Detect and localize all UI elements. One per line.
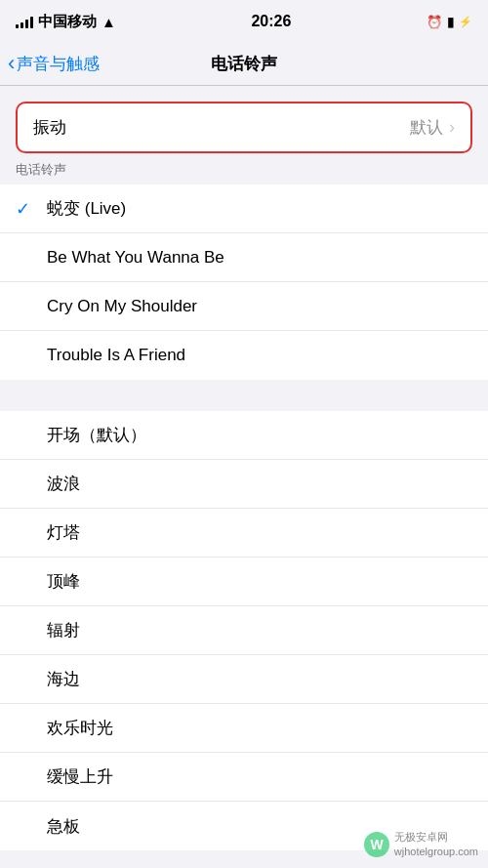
wifi-icon: ▲ [102,14,116,30]
ringtones-section-header: 电话铃声 [0,153,488,185]
tone-label: 灯塔 [47,521,80,544]
vibration-value: 默认 [410,116,443,139]
list-item[interactable]: 欢乐时光 [0,704,488,753]
list-item[interactable]: Be What You Wanna Be [0,233,488,282]
svg-text:W: W [370,837,384,852]
tone-label: 欢乐时光 [47,717,113,739]
battery-charging-icon: ⚡ [459,16,472,28]
battery-icon: ▮ [447,15,454,29]
ringtones-list: ✓ 蜕变 (Live) Be What You Wanna Be Cry On … [0,185,488,380]
back-arrow-icon: ‹ [8,53,15,74]
back-button[interactable]: ‹ 声音与触感 [8,53,100,75]
status-carrier: 中国移动 ▲ [16,13,116,31]
chevron-right-icon: › [449,117,455,138]
status-bar: 中国移动 ▲ 20:26 ⏰ ▮ ⚡ [0,0,488,43]
list-item[interactable]: 灯塔 [0,509,488,558]
list-item[interactable]: Cry On My Shoulder [0,282,488,331]
status-right: ⏰ ▮ ⚡ [427,15,472,29]
list-item[interactable]: 缓慢上升 [0,753,488,802]
vibration-label: 振动 [33,116,66,139]
signal-icon [16,16,33,28]
status-time: 20:26 [251,13,291,30]
list-item[interactable]: 顶峰 [0,558,488,606]
ringtone-label: 蜕变 (Live) [47,197,126,220]
carrier-label: 中国移动 [38,13,97,31]
page-title: 电话铃声 [211,53,277,75]
tone-label: 顶峰 [47,570,80,593]
tone-label: 急板 [47,815,80,838]
checkmark-icon: ✓ [16,198,35,220]
ringtone-label: Trouble Is A Friend [47,346,185,365]
ringtone-label: Be What You Wanna Be [47,248,224,268]
tone-label: 波浪 [47,473,80,495]
standard-tones-list: 开场（默认） 波浪 灯塔 顶峰 辐射 海边 欢乐时光 缓慢上升 [0,411,488,850]
back-label: 声音与触感 [17,53,100,75]
content-area: 振动 默认 › 电话铃声 ✓ 蜕变 (Live) Be What You Wan… [0,86,488,868]
tone-label: 辐射 [47,619,80,641]
list-item[interactable]: ✓ 蜕变 (Live) [0,185,488,233]
watermark-logo-icon: W [363,831,390,858]
watermark: W 无极安卓网 wjhotelgroup.com [363,830,478,858]
list-item[interactable]: 开场（默认） [0,411,488,460]
tone-label: 海边 [47,668,80,690]
list-item[interactable]: 辐射 [0,606,488,655]
vibration-row[interactable]: 振动 默认 › [18,103,470,151]
ringtone-label: Cry On My Shoulder [47,297,197,316]
section-divider [0,380,488,411]
alarm-icon: ⏰ [427,15,442,29]
section-header-label: 电话铃声 [16,162,66,177]
nav-bar: ‹ 声音与触感 电话铃声 [0,43,488,86]
tone-label: 开场（默认） [47,424,146,446]
vibration-right: 默认 › [410,116,455,139]
watermark-text: 无极安卓网 wjhotelgroup.com [394,830,478,858]
vibration-section: 振动 默认 › [16,102,472,153]
tone-label: 缓慢上升 [47,765,113,788]
list-item[interactable]: Trouble Is A Friend [0,331,488,380]
list-item[interactable]: 波浪 [0,460,488,509]
list-item[interactable]: 海边 [0,655,488,704]
